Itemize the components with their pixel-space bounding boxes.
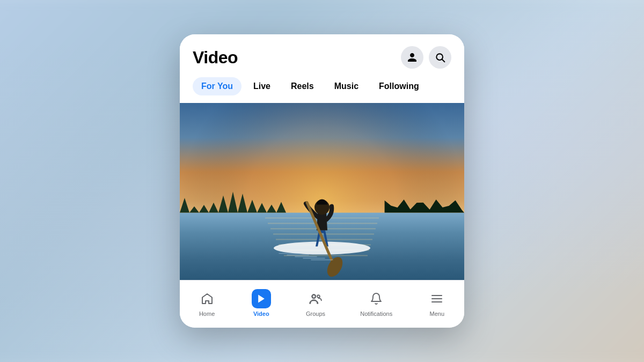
bell-icon xyxy=(370,292,383,305)
nav-video-label: Video xyxy=(253,311,269,317)
tab-for-you[interactable]: For You xyxy=(193,77,241,95)
nav-groups-label: Groups xyxy=(306,311,325,317)
tab-following[interactable]: Following xyxy=(370,77,428,95)
header-actions xyxy=(401,46,451,69)
nav-video[interactable]: Video xyxy=(245,287,277,319)
nav-home-label: Home xyxy=(199,311,215,317)
video-icon-wrap xyxy=(252,289,271,308)
svg-line-1 xyxy=(442,60,445,62)
home-icon-wrap xyxy=(197,289,217,308)
person-icon xyxy=(407,52,418,63)
groups-icon-wrap xyxy=(306,289,325,308)
video-icon xyxy=(256,293,267,304)
home-icon xyxy=(201,292,214,305)
bottom-nav: Home Video xyxy=(180,280,464,328)
nav-home[interactable]: Home xyxy=(191,287,223,319)
header: Video xyxy=(180,34,464,74)
tab-live[interactable]: Live xyxy=(245,77,279,95)
menu-icon xyxy=(430,292,443,305)
nav-notifications-label: Notifications xyxy=(360,311,392,317)
tabs-bar: For You Live Reels Music Following xyxy=(180,74,464,103)
svg-marker-2 xyxy=(258,295,265,303)
bell-icon-wrap xyxy=(367,289,386,308)
tab-reels[interactable]: Reels xyxy=(282,77,323,95)
nav-menu-label: Menu xyxy=(430,311,445,317)
search-icon xyxy=(435,52,445,63)
svg-point-4 xyxy=(317,295,320,298)
nav-notifications[interactable]: Notifications xyxy=(354,287,399,319)
nav-groups[interactable]: Groups xyxy=(299,287,332,319)
svg-point-6 xyxy=(312,294,316,298)
video-area[interactable] xyxy=(180,103,464,280)
profile-button[interactable] xyxy=(401,46,423,69)
video-canvas xyxy=(180,103,464,280)
menu-icon-wrap xyxy=(427,289,447,308)
search-button[interactable] xyxy=(429,46,451,69)
groups-icon xyxy=(309,292,323,306)
phone-card: Video For You Live Reels Music Following xyxy=(180,34,464,328)
page-title: Video xyxy=(193,48,238,68)
nav-menu[interactable]: Menu xyxy=(421,287,453,319)
tab-music[interactable]: Music xyxy=(326,77,367,95)
